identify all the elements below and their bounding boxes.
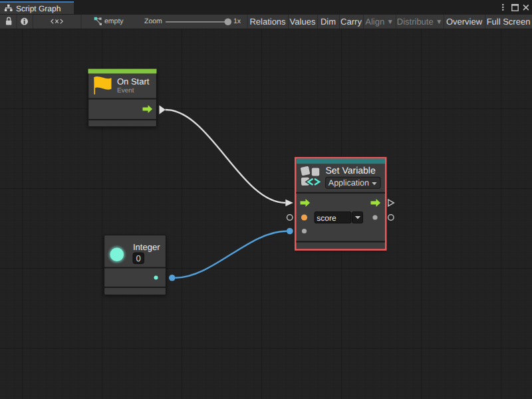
- svg-text:Event: Event: [117, 87, 134, 94]
- svg-text:Integer: Integer: [133, 242, 160, 252]
- svg-text:Set Variable: Set Variable: [326, 165, 376, 176]
- svg-text:Application: Application: [329, 178, 369, 188]
- svg-text:score: score: [317, 213, 336, 223]
- svg-text:0: 0: [136, 253, 141, 263]
- svg-text:On Start: On Start: [117, 76, 150, 86]
